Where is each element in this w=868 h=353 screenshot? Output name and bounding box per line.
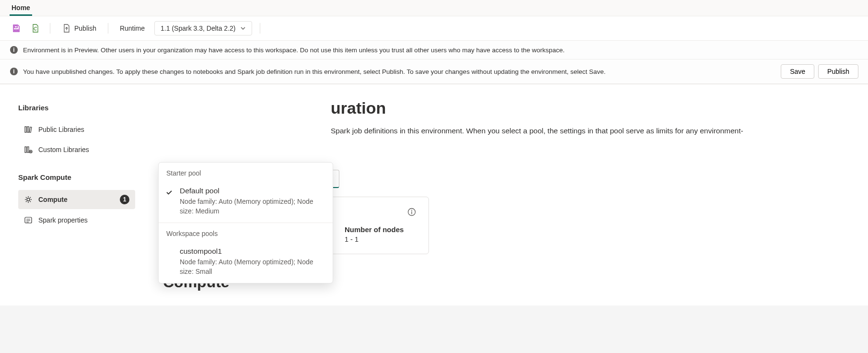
svg-text:i: i xyxy=(13,68,14,75)
list-icon xyxy=(24,216,33,224)
publish-button-banner[interactable]: Publish xyxy=(818,64,858,79)
tab-bar: Home xyxy=(0,0,868,16)
num-nodes-value: 1 - 1 xyxy=(345,235,404,243)
refresh-icon-button[interactable] xyxy=(29,22,42,35)
save-icon xyxy=(12,24,21,33)
info-bar-preview: i Environment is in Preview. Other users… xyxy=(0,41,868,59)
info-bar-unpublished: i You have unpublished changes. To apply… xyxy=(0,59,868,84)
info-text-unpublished: You have unpublished changes. To apply t… xyxy=(23,68,781,75)
sidebar-item-public-libraries[interactable]: Public Libraries xyxy=(18,120,135,139)
toolbar-separator xyxy=(108,23,108,34)
sidebar: Libraries Public Libraries Custom Librar… xyxy=(0,84,144,306)
runtime-label: Runtime xyxy=(116,24,149,32)
sidebar-item-label: Public Libraries xyxy=(38,126,129,133)
dropdown-group-starter: Starter pool xyxy=(159,163,333,182)
toolbar-separator xyxy=(260,23,260,34)
save-button[interactable]: Save xyxy=(781,64,814,79)
dropdown-group-workspace: Workspace pools xyxy=(159,223,333,242)
sidebar-item-spark-properties[interactable]: Spark properties xyxy=(18,211,135,229)
page-title: uration xyxy=(331,99,849,118)
sidebar-header-spark-compute: Spark Compute xyxy=(18,173,135,181)
svg-rect-7 xyxy=(25,147,26,153)
page-description: Spark job definitions in this environmen… xyxy=(331,125,849,136)
svg-rect-5 xyxy=(27,127,29,132)
sidebar-item-label: Spark properties xyxy=(38,216,129,224)
svg-point-10 xyxy=(27,198,30,201)
toolbar: Publish Runtime 1.1 (Spark 3.3, Delta 2.… xyxy=(0,16,868,41)
gear-icon xyxy=(24,195,33,204)
toolbar-separator xyxy=(50,23,50,34)
dropdown-option-custompool1[interactable]: custompool1 Node family: Auto (Memory op… xyxy=(159,242,333,283)
info-icon[interactable] xyxy=(407,208,416,218)
tab-home[interactable]: Home xyxy=(10,0,32,16)
sidebar-header-libraries: Libraries xyxy=(18,104,135,112)
svg-rect-6 xyxy=(29,127,32,132)
save-icon-button[interactable] xyxy=(10,22,23,35)
info-text-preview: Environment is in Preview. Other users i… xyxy=(23,47,858,54)
dropdown-option-name: custompool1 xyxy=(180,247,325,256)
chevron-down-icon xyxy=(240,25,246,31)
svg-point-13 xyxy=(411,210,412,211)
svg-rect-8 xyxy=(27,147,29,153)
publish-icon xyxy=(62,24,71,33)
sidebar-item-label: Custom Libraries xyxy=(38,146,129,153)
document-refresh-icon xyxy=(31,24,40,33)
publish-label: Publish xyxy=(74,24,96,32)
pool-dropdown: Starter pool Default pool Node family: A… xyxy=(158,162,333,283)
runtime-select[interactable]: 1.1 (Spark 3.3, Delta 2.2) xyxy=(154,21,252,35)
badge-count: 1 xyxy=(120,195,129,204)
sidebar-item-compute[interactable]: Compute 1 xyxy=(18,190,135,209)
svg-rect-14 xyxy=(411,212,412,214)
dropdown-option-name: Default pool xyxy=(180,187,325,195)
custom-libraries-icon xyxy=(24,145,33,154)
dropdown-option-sub: Node family: Auto (Memory optimized); No… xyxy=(180,197,325,216)
info-icon: i xyxy=(10,67,18,76)
public-libraries-icon xyxy=(24,125,33,134)
publish-button[interactable]: Publish xyxy=(58,22,100,35)
dropdown-option-sub: Node family: Auto (Memory optimized); No… xyxy=(180,258,325,276)
content-area: Libraries Public Libraries Custom Librar… xyxy=(0,84,868,306)
num-nodes-label: Number of nodes xyxy=(345,225,404,234)
svg-rect-4 xyxy=(25,127,26,132)
info-icon: i xyxy=(10,46,18,54)
sidebar-item-label: Compute xyxy=(38,196,114,203)
runtime-value: 1.1 (Spark 3.3, Delta 2.2) xyxy=(161,24,235,32)
check-icon xyxy=(165,188,173,198)
sidebar-item-custom-libraries[interactable]: Custom Libraries xyxy=(18,141,135,159)
svg-text:i: i xyxy=(13,47,14,53)
dropdown-option-default-pool[interactable]: Default pool Node family: Auto (Memory o… xyxy=(159,182,333,223)
